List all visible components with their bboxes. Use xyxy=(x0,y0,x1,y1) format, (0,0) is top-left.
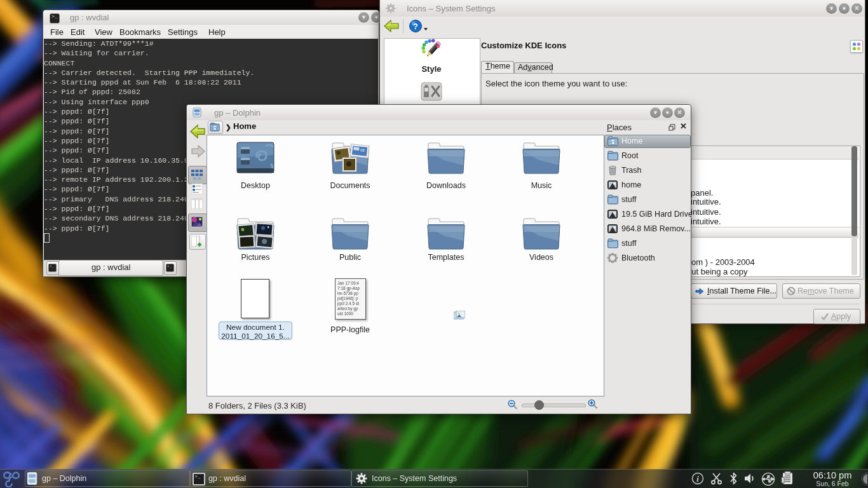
svg-text:i: i xyxy=(696,474,699,484)
svg-text:09: 09 xyxy=(360,148,365,152)
svg-text:?: ? xyxy=(413,22,418,31)
